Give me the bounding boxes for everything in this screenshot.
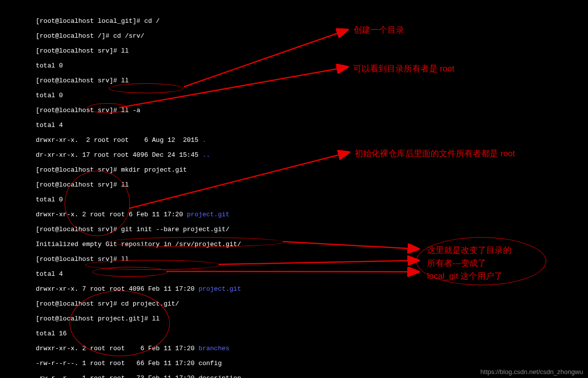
- annotation-3: 初始化裸仓库后里面的文件所有者都是 root: [355, 148, 515, 159]
- annotation-4-line2: 所有者---变成了: [427, 257, 486, 269]
- terminal-output: [root@localhost local_git]# cd / [root@l…: [0, 0, 588, 378]
- annotation-2: 可以看到目录所有者是 root: [353, 63, 454, 74]
- annotation-1: 创建一个目录: [354, 24, 404, 36]
- annotation-4-line3: local_git 这个用户了: [427, 270, 503, 282]
- watermark: https://blog.csdn.net/csdn_zhongwu: [480, 368, 583, 376]
- annotation-4-line1: 这里就是改变了目录的: [427, 245, 512, 256]
